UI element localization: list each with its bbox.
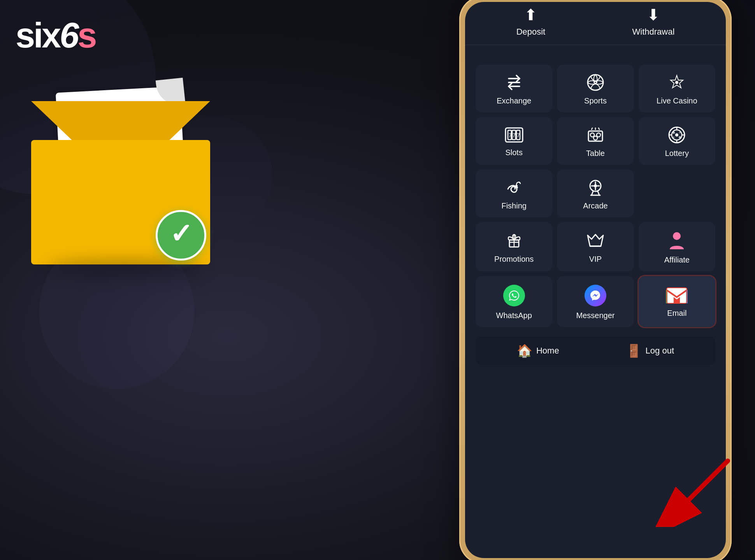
nav-logout[interactable]: 🚪 Log out [626, 343, 674, 358]
live-casino-icon [667, 73, 686, 92]
exchange-label: Exchange [497, 96, 531, 105]
whatsapp-label: WhatsApp [496, 311, 532, 320]
envelope: @ ✓ [23, 101, 218, 264]
promotions-label: Promotions [494, 255, 534, 264]
menu-item-whatsapp[interactable]: WhatsApp [476, 276, 552, 327]
messenger-label: Messenger [576, 311, 615, 320]
home-icon: 🏠 [517, 343, 532, 358]
logout-label: Log out [646, 346, 674, 356]
menu-item-slots[interactable]: 7 7 7 Slots [476, 117, 552, 165]
deposit-icon: ⬆ [524, 6, 537, 24]
menu-content: Exchange Sports [465, 57, 726, 373]
menu-item-table[interactable]: Table [557, 117, 634, 165]
top-actions-bar: ⬆ Deposit ⬇ Withdrawal [465, 2, 726, 45]
brand-logo: six6s [16, 16, 95, 56]
withdrawal-label: Withdrawal [632, 27, 675, 37]
logo-text-six: six [16, 16, 60, 56]
logo-text-6: 6 [60, 16, 77, 56]
lottery-icon [667, 126, 686, 144]
promotions-icon [505, 231, 523, 250]
withdrawal-action[interactable]: ⬇ Withdrawal [632, 6, 675, 37]
affiliate-label: Affiliate [664, 256, 690, 264]
svg-text:7: 7 [517, 132, 520, 138]
svg-point-29 [679, 132, 681, 133]
menu-item-arcade[interactable]: Arcade [557, 170, 634, 217]
svg-text:7: 7 [509, 132, 512, 138]
svg-point-28 [679, 136, 681, 138]
menu-row-5: WhatsApp Messenger [471, 276, 720, 327]
whatsapp-icon [503, 285, 525, 306]
fishing-icon [505, 178, 523, 197]
logo-text-s: s [77, 16, 95, 56]
slots-icon: 7 7 7 [504, 126, 524, 144]
svg-point-26 [675, 133, 678, 136]
menu-row-3: Fishing Arcade [471, 170, 720, 217]
menu-item-fishing[interactable]: Fishing [476, 170, 552, 217]
checkmark-circle: ✓ [156, 210, 206, 261]
menu-item-vip[interactable]: VIP [557, 222, 634, 271]
exchange-icon [505, 73, 523, 92]
menu-item-sports[interactable]: Sports [557, 65, 634, 112]
menu-item-email[interactable]: Email [639, 276, 715, 327]
menu-item-live-casino[interactable]: Live Casino [639, 65, 715, 112]
withdrawal-icon: ⬇ [647, 6, 660, 24]
bottom-navigation: 🏠 Home 🚪 Log out [476, 336, 715, 365]
live-casino-label: Live Casino [657, 96, 697, 105]
svg-point-43 [673, 232, 681, 240]
menu-item-messenger[interactable]: Messenger [557, 276, 634, 327]
menu-row-2: 7 7 7 Slots [471, 117, 720, 165]
table-icon [586, 126, 605, 144]
phone-mockup: ⬆ Deposit ⬇ Withdrawal [459, 0, 732, 560]
envelope-shadow [47, 261, 202, 276]
svg-point-27 [672, 131, 675, 134]
messenger-icon [585, 285, 606, 306]
menu-item-promotions[interactable]: Promotions [476, 222, 552, 271]
email-icon [666, 287, 688, 304]
email-label: Email [667, 309, 687, 318]
sports-label: Sports [584, 96, 607, 105]
vip-icon [586, 231, 605, 250]
menu-item-affiliate[interactable]: Affiliate [639, 222, 715, 271]
deposit-action[interactable]: ⬆ Deposit [516, 6, 546, 37]
arcade-label: Arcade [583, 201, 608, 210]
sports-icon [586, 73, 605, 92]
svg-point-19 [593, 136, 597, 140]
svg-point-7 [588, 75, 603, 90]
menu-item-lottery[interactable]: Lottery [639, 117, 715, 165]
fishing-label: Fishing [501, 201, 526, 210]
checkmark-symbol: ✓ [170, 218, 193, 250]
phone-screen: ⬆ Deposit ⬇ Withdrawal [465, 2, 726, 558]
table-label: Table [586, 149, 605, 158]
svg-point-38 [594, 184, 597, 187]
email-illustration: @ ✓ [16, 78, 230, 311]
slots-label: Slots [505, 148, 522, 157]
nav-home[interactable]: 🏠 Home [517, 343, 559, 358]
deposit-label: Deposit [516, 27, 546, 37]
lottery-label: Lottery [665, 149, 689, 158]
svg-point-8 [675, 81, 678, 84]
svg-point-17 [590, 133, 594, 137]
menu-row-4: Promotions VIP Affil [471, 222, 720, 271]
affiliate-icon [667, 231, 686, 251]
svg-text:7: 7 [513, 132, 516, 138]
phone-screen-inner: ⬆ Deposit ⬇ Withdrawal [465, 2, 726, 558]
svg-point-18 [597, 133, 600, 137]
logout-icon: 🚪 [626, 343, 642, 358]
menu-item-exchange[interactable]: Exchange [476, 65, 552, 112]
empty-slot [639, 170, 715, 217]
svg-point-30 [673, 136, 674, 138]
home-label: Home [536, 346, 559, 356]
menu-row-1: Exchange Sports [471, 65, 720, 112]
svg-point-32 [516, 187, 518, 188]
arcade-icon [586, 178, 605, 197]
vip-label: VIP [589, 255, 602, 264]
